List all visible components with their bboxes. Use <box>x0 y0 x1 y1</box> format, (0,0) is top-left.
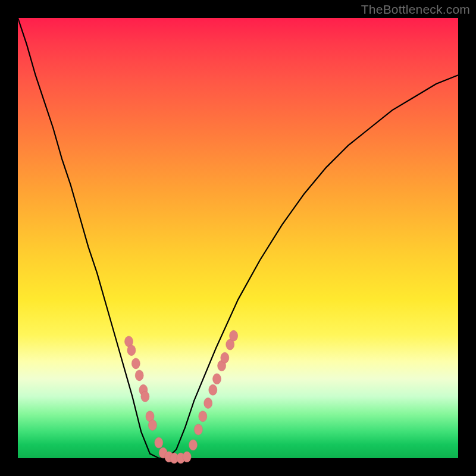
gradient-background <box>18 18 458 458</box>
chart-stage: TheBottleneck.com <box>0 0 476 476</box>
watermark-text: TheBottleneck.com <box>361 2 470 17</box>
